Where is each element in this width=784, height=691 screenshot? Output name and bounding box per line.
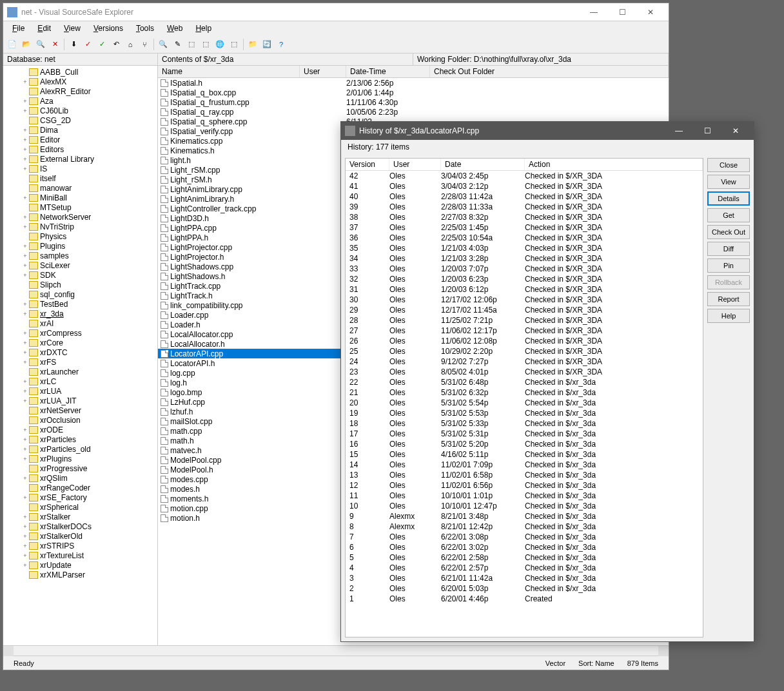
tb-search-icon[interactable]: 🔍 (34, 38, 47, 51)
tb-new-icon[interactable]: 📄 (6, 38, 19, 51)
tree-item-editors[interactable]: +Editors (3, 144, 157, 154)
history-list[interactable]: 42Oles3/04/03 2:45pChecked in $/XR_3DA41… (346, 171, 703, 637)
tree-item-csg-2d[interactable]: CSG_2D (3, 115, 157, 125)
history-row[interactable]: 37Oles2/25/03 1:45pChecked in $/XR_3DA (346, 222, 703, 233)
maximize-button[interactable]: ☐ (608, 3, 636, 21)
hist-col-action[interactable]: Action (525, 159, 703, 170)
history-row[interactable]: 14Oles11/02/01 7:09pChecked in $/xr_3da (346, 460, 703, 470)
tb-share-icon[interactable]: ⌂ (124, 38, 137, 51)
horizontal-scrollbar[interactable] (3, 645, 669, 656)
file-row[interactable]: ISpatial_q_box.cpp2/01/06 1:44p (158, 88, 669, 97)
tb-branch-icon[interactable]: ⑂ (138, 38, 151, 51)
tb-wf-icon[interactable]: 📁 (246, 38, 259, 51)
history-row[interactable]: 40Oles2/28/03 11:42aChecked in $/XR_3DA (346, 191, 703, 202)
tree-item-networkserver[interactable]: +NetworkServer (3, 212, 157, 222)
tree-item-xrocclusion[interactable]: xrOcclusion (3, 415, 157, 425)
menu-view[interactable]: View (59, 23, 86, 34)
tree-item-mtsetup[interactable]: MTSetup (3, 202, 157, 212)
hist-col-user[interactable]: User (389, 159, 441, 170)
tree-item-xrse-factory[interactable]: +xrSE_Factory (3, 492, 157, 502)
history-row[interactable]: 20Oles5/31/02 5:54pChecked in $/xr_3da (346, 398, 703, 408)
tb-web-icon[interactable]: 🌐 (213, 38, 226, 51)
history-row[interactable]: 34Oles1/21/03 3:28pChecked in $/XR_3DA (346, 253, 703, 264)
tree-item-itself[interactable]: itself (3, 173, 157, 183)
history-maximize-button[interactable]: ☐ (693, 122, 721, 140)
tb-diff-icon[interactable]: ⬚ (185, 38, 198, 51)
tree-item-aza[interactable]: +Aza (3, 96, 157, 106)
col-name[interactable]: Name (158, 66, 300, 77)
tree-item-xrstrips[interactable]: +xrSTRIPS (3, 541, 157, 550)
tree-item-xrlc[interactable]: +xrLC (3, 376, 157, 386)
tree-item-alexmx[interactable]: +AlexMX (3, 77, 157, 86)
tree-item-xrtexturelist[interactable]: +xrTextureList (3, 550, 157, 560)
tb-undo-icon[interactable]: ↶ (110, 38, 122, 51)
help-button[interactable]: Help (707, 309, 750, 323)
tb-open-icon[interactable]: 📂 (20, 38, 33, 51)
tree-item-xrai[interactable]: xrAI (3, 318, 157, 328)
tb-status-icon[interactable]: ⬚ (228, 38, 240, 51)
tree-item-slipch[interactable]: Slipch (3, 280, 157, 289)
menu-tools[interactable]: Tools (131, 23, 159, 34)
history-row[interactable]: 24Oles9/12/02 7:27pChecked in $/XR_3DA (346, 356, 703, 367)
history-row[interactable]: 15Oles4/16/02 5:11pChecked in $/xr_3da (346, 449, 703, 460)
history-row[interactable]: 5Oles6/22/01 2:58pChecked in $/xr_3da (346, 552, 703, 563)
minimize-button[interactable]: — (580, 3, 608, 21)
tree-item-nvtristrip[interactable]: +NvTriStrip (3, 222, 157, 231)
tb-delete-icon[interactable]: ✕ (48, 38, 61, 51)
menu-versions[interactable]: Versions (88, 23, 128, 34)
tree-item-cj60lib[interactable]: +CJ60Lib (3, 106, 157, 115)
history-row[interactable]: 29Oles12/17/02 11:45aChecked in $/XR_3DA (346, 305, 703, 315)
history-row[interactable]: 26Oles11/06/02 12:08pChecked in $/XR_3DA (346, 336, 703, 346)
col-date[interactable]: Date-Time (346, 66, 430, 77)
tree-item-alexrr-editor[interactable]: AlexRR_Editor (3, 86, 157, 96)
tree-item-xrnetserver[interactable]: xrNetServer (3, 405, 157, 415)
tree-item-xrplugins[interactable]: +xrPlugins (3, 454, 157, 463)
history-row[interactable]: 36Oles2/25/03 10:54aChecked in $/XR_3DA (346, 233, 703, 243)
history-row[interactable]: 6Oles6/22/01 3:02pChecked in $/xr_3da (346, 542, 703, 552)
history-row[interactable]: 11Oles10/10/01 1:01pChecked in $/xr_3da (346, 491, 703, 501)
tb-checkin-icon[interactable]: ✓ (95, 38, 108, 51)
tb-view-icon[interactable]: 🔍 (157, 38, 170, 51)
close-button[interactable]: Close (707, 158, 750, 172)
tree-item-external-library[interactable]: +External Library (3, 154, 157, 164)
tree-item-plugins[interactable]: +Plugins (3, 241, 157, 251)
tree-item-xrlua-jit[interactable]: +xrLUA_JIT (3, 396, 157, 405)
view-button[interactable]: View (707, 175, 750, 189)
rollback-button[interactable]: Rollback (707, 275, 750, 289)
history-row[interactable]: 8Alexmx8/21/01 12:42pChecked in $/xr_3da (346, 521, 703, 532)
history-row[interactable]: 13Oles11/02/01 6:58pChecked in $/xr_3da (346, 470, 703, 480)
tree-item-xrspherical[interactable]: xrSpherical (3, 502, 157, 512)
history-row[interactable]: 3Oles6/21/01 11:42aChecked in $/xr_3da (346, 573, 703, 583)
tree-item-dima[interactable]: +Dima (3, 125, 157, 135)
tree-item-manowar[interactable]: manowar (3, 183, 157, 193)
history-row[interactable]: 4Oles6/22/01 2:57pChecked in $/xr_3da (346, 563, 703, 573)
tree-item-xrprogressive[interactable]: xrProgressive (3, 463, 157, 473)
history-row[interactable]: 27Oles11/06/02 12:17pChecked in $/XR_3DA (346, 326, 703, 336)
history-close-button[interactable]: ✕ (721, 122, 750, 140)
history-minimize-button[interactable]: — (665, 122, 693, 140)
history-row[interactable]: 17Oles5/31/02 5:31pChecked in $/xr_3da (346, 429, 703, 439)
history-row[interactable]: 2Oles6/20/01 5:03pChecked in $/xr_3da (346, 583, 703, 594)
history-row[interactable]: 9Alexmx8/21/01 3:48pChecked in $/xr_3da (346, 511, 703, 521)
file-row[interactable]: ISpatial_q_frustum.cpp11/11/06 4:30p (158, 97, 669, 107)
history-row[interactable]: 41Oles3/04/03 2:12pChecked in $/XR_3DA (346, 181, 703, 191)
tree-item-xrcompress[interactable]: +xrCompress (3, 328, 157, 338)
history-row[interactable]: 35Oles1/21/03 4:03pChecked in $/XR_3DA (346, 243, 703, 253)
get-button[interactable]: Get (707, 208, 750, 222)
menu-help[interactable]: Help (190, 23, 217, 34)
tree-item-samples[interactable]: +samples (3, 251, 157, 260)
close-button[interactable]: ✕ (636, 3, 665, 21)
history-row[interactable]: 23Oles8/05/02 4:01pChecked in $/XR_3DA (346, 367, 703, 377)
tree-item-physics[interactable]: Physics (3, 231, 157, 241)
history-row[interactable]: 21Oles5/31/02 6:32pChecked in $/xr_3da (346, 387, 703, 398)
tree-item-xrlua[interactable]: +xrLUA (3, 386, 157, 396)
tree-item-is[interactable]: +IS (3, 164, 157, 173)
history-row[interactable]: 19Oles5/31/02 5:53pChecked in $/xr_3da (346, 408, 703, 418)
tree-item-sdk[interactable]: +SDK (3, 270, 157, 280)
tree-item-xrcore[interactable]: +xrCore (3, 338, 157, 347)
history-row[interactable]: 30Oles12/17/02 12:06pChecked in $/XR_3DA (346, 295, 703, 305)
tree-item-xrparticles[interactable]: +xrParticles (3, 434, 157, 444)
tree-item-xrlauncher[interactable]: xrLauncher (3, 367, 157, 376)
tb-checkout-icon[interactable]: ✓ (81, 38, 94, 51)
tb-edit-icon[interactable]: ✎ (171, 38, 184, 51)
